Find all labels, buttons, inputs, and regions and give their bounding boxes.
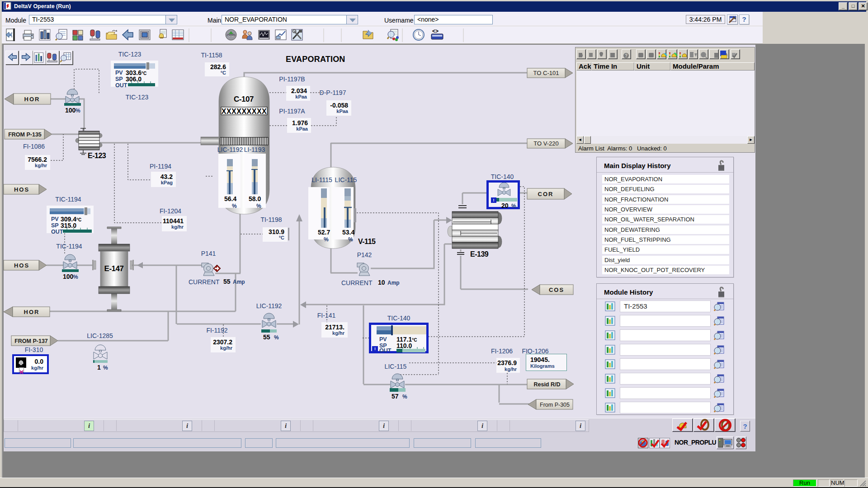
svg-text:<>: <> (432, 28, 439, 34)
svg-text:DeltaV: DeltaV (227, 35, 235, 38)
svg-text:?: ? (625, 53, 627, 58)
